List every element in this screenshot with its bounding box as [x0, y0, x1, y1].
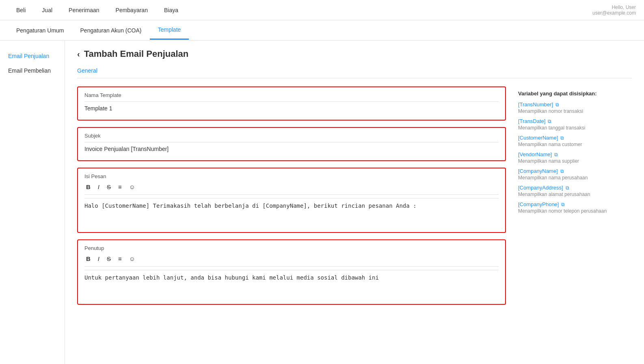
var-company-phone-desc: Menampilkan nomor telepon perusahaan [518, 208, 632, 214]
copy-company-address-icon[interactable]: ⧉ [566, 185, 569, 191]
emoji-button-isi[interactable]: ☺ [128, 183, 137, 191]
bold-button-penutup[interactable]: B [84, 254, 92, 263]
var-company-address-desc: Menampilkan alamat perusahaan [518, 192, 632, 197]
var-company-phone-label: [CompanyPhone] [518, 201, 559, 207]
sidebar-item-email-pembelian[interactable]: Email Pembelian [0, 63, 65, 78]
label-subjek: Subjek [84, 133, 499, 139]
var-customer-name-label: [CustomerName] [518, 135, 558, 141]
label-nama-template: Nama Template [84, 92, 499, 98]
strike-button-isi[interactable]: S [105, 183, 112, 191]
var-customer-name: [CustomerName] ⧉ Menampilkan nama custom… [518, 135, 632, 147]
var-trans-number-label: [TransNumber] [518, 101, 553, 108]
copy-company-phone-icon[interactable]: ⧉ [561, 202, 565, 207]
copy-customer-name-icon[interactable]: ⧉ [560, 135, 564, 141]
content-area: ‹ Tambah Email Penjualan General Nama Te… [65, 41, 644, 364]
copy-vendor-name-icon[interactable]: ⧉ [554, 152, 558, 157]
var-vendor-name-desc: Menampilkan nama supplier [518, 158, 632, 164]
input-subjek[interactable] [84, 142, 499, 155]
nav-beli[interactable]: Beli [8, 1, 34, 19]
var-company-name: [CompanyName] ⧉ Menampilkan nama perusah… [518, 168, 632, 181]
page-title: Tambah Email Penjualan [84, 49, 189, 59]
var-trans-date-desc: Menampilkan tanggal transaksi [518, 125, 632, 131]
copy-trans-date-icon[interactable]: ⧉ [548, 118, 551, 124]
var-company-address: [CompanyAddress] ⧉ Menampilkan alamat pe… [518, 185, 632, 197]
nav-biaya[interactable]: Biaya [156, 1, 186, 19]
bold-button-isi[interactable]: B [84, 183, 92, 191]
nav-jual[interactable]: Jual [34, 1, 61, 19]
var-company-address-label: [CompanyAddress] [518, 185, 563, 191]
var-trans-number: [TransNumber] ⧉ Menampilkan nomor transa… [518, 101, 632, 114]
textarea-isi-pesan[interactable]: Halo [CustomerName] Terimakasih telah be… [84, 198, 499, 226]
field-penutup: Penutup B I S ≡ ☺ Untuk pertanyaan lebih… [77, 239, 506, 305]
strike-button-penutup[interactable]: S [105, 254, 112, 263]
var-trans-date-label: [TransDate] [518, 118, 545, 124]
user-info: Hello, User user@example.com [592, 4, 636, 16]
user-email: user@example.com [592, 10, 636, 16]
sidebar-item-email-penjualan[interactable]: Email Penjualan [0, 49, 65, 63]
copy-trans-number-icon[interactable]: ⧉ [555, 102, 559, 108]
copy-company-name-icon[interactable]: ⧉ [560, 168, 564, 174]
align-button-isi[interactable]: ≡ [117, 183, 123, 191]
italic-button-penutup[interactable]: I [96, 254, 101, 263]
subnav-pengaturan-akun[interactable]: Pengaturan Akun (COA) [72, 22, 150, 39]
variables-panel: Variabel yang dapat disisipkan: [TransNu… [518, 86, 632, 311]
sub-nav: Pengaturan Umum Pengaturan Akun (COA) Te… [0, 20, 644, 41]
var-company-name-label: [CompanyName] [518, 168, 558, 174]
textarea-penutup[interactable]: Untuk pertanyaan lebih lanjut, anda bisa… [84, 270, 499, 298]
subnav-pengaturan-umum[interactable]: Pengaturan Umum [8, 22, 72, 39]
var-vendor-name: [VendorName] ⧉ Menampilkan nama supplier [518, 151, 632, 164]
user-name: Hello, User [592, 4, 636, 10]
field-isi-pesan: Isi Pesan B I S ≡ ☺ Halo [CustomerName] … [77, 168, 506, 233]
var-company-phone: [CompanyPhone] ⧉ Menampilkan nomor telep… [518, 201, 632, 214]
label-isi-pesan: Isi Pesan [84, 173, 499, 179]
label-penutup: Penutup [84, 245, 499, 251]
var-company-name-desc: Menampilkan nama perusahaan [518, 175, 632, 181]
form-fields: Nama Template Subjek Isi Pesan B I S ≡ [77, 86, 506, 311]
align-button-penutup[interactable]: ≡ [117, 254, 123, 263]
variables-title: Variabel yang dapat disisipkan: [518, 90, 632, 97]
field-subjek: Subjek [77, 127, 506, 161]
subnav-template[interactable]: Template [150, 21, 189, 40]
emoji-button-penutup[interactable]: ☺ [128, 254, 137, 263]
back-button[interactable]: ‹ [77, 50, 80, 59]
var-trans-date: [TransDate] ⧉ Menampilkan tanggal transa… [518, 118, 632, 131]
tab-general[interactable]: General [77, 67, 632, 78]
input-nama-template[interactable] [84, 101, 499, 115]
toolbar-penutup: B I S ≡ ☺ [84, 254, 499, 267]
italic-button-isi[interactable]: I [96, 183, 101, 191]
var-trans-number-desc: Menampilkan nomor transaksi [518, 108, 632, 114]
top-nav: Beli Jual Penerimaan Pembayaran Biaya He… [0, 0, 644, 20]
main-layout: Email Penjualan Email Pembelian ‹ Tambah… [0, 41, 644, 364]
var-customer-name-desc: Menampilkan nama customer [518, 142, 632, 147]
nav-pembayaran[interactable]: Pembayaran [108, 1, 156, 19]
form-section: Nama Template Subjek Isi Pesan B I S ≡ [77, 86, 632, 311]
nav-penerimaan[interactable]: Penerimaan [61, 1, 108, 19]
sidebar: Email Penjualan Email Pembelian [0, 41, 65, 364]
toolbar-isi-pesan: B I S ≡ ☺ [84, 183, 499, 195]
field-nama-template: Nama Template [77, 86, 506, 121]
var-vendor-name-label: [VendorName] [518, 151, 552, 157]
page-header: ‹ Tambah Email Penjualan [77, 49, 632, 59]
